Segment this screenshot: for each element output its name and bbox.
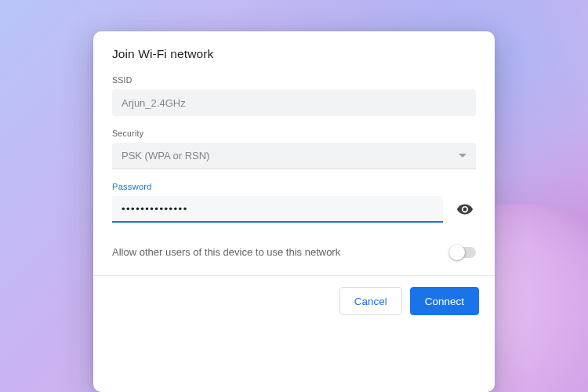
security-select[interactable]: PSK (WPA or RSN) (112, 143, 476, 169)
password-field: Password (112, 182, 476, 223)
dialog-actions: Cancel Connect (93, 275, 495, 328)
security-label: Security (112, 129, 476, 138)
ssid-input[interactable]: Arjun_2.4GHz (112, 89, 476, 116)
eye-icon[interactable] (454, 201, 476, 218)
password-label: Password (112, 182, 476, 191)
ssid-label: SSID (112, 75, 476, 85)
password-input[interactable] (112, 196, 443, 223)
dialog-content: Join Wi-Fi network SSID Arjun_2.4GHz Sec… (93, 31, 495, 275)
security-value: PSK (WPA or RSN) (122, 150, 209, 162)
connect-button[interactable]: Connect (410, 287, 479, 315)
security-field: Security PSK (WPA or RSN) (112, 129, 476, 169)
wifi-join-dialog: Join Wi-Fi network SSID Arjun_2.4GHz Sec… (93, 31, 495, 392)
cancel-button[interactable]: Cancel (339, 287, 402, 315)
allow-other-users-toggle[interactable] (451, 247, 476, 258)
allow-other-users-row: Allow other users of this device to use … (112, 235, 476, 269)
allow-other-users-label: Allow other users of this device to use … (112, 246, 340, 258)
dialog-title: Join Wi-Fi network (112, 47, 476, 61)
chevron-down-icon (459, 154, 466, 158)
ssid-value: Arjun_2.4GHz (122, 97, 186, 109)
password-row (112, 196, 476, 223)
ssid-field: SSID Arjun_2.4GHz (112, 75, 476, 116)
